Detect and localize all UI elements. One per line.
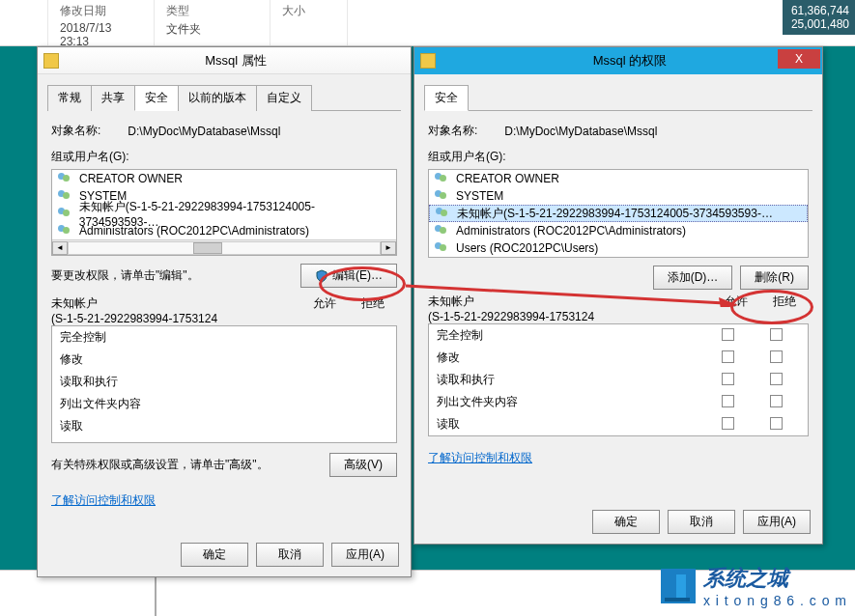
object-label: 对象名称:: [428, 123, 477, 139]
object-path: D:\MyDoc\MyDatabase\Mssql: [504, 125, 657, 138]
apply-button[interactable]: 应用(A): [743, 510, 811, 534]
object-path: D:\MyDoc\MyDatabase\Mssql: [128, 125, 280, 138]
list-item: Administrators (ROC2012PC\Administrators…: [429, 222, 808, 239]
close-button[interactable]: X: [778, 49, 820, 69]
tab-security[interactable]: 安全: [424, 85, 469, 111]
titlebar[interactable]: Mssql 的权限 X: [414, 47, 822, 74]
tab-strip: 安全: [424, 84, 812, 111]
tab-strip: 常规 共享 安全 以前的版本 自定义: [47, 84, 401, 111]
tab-share[interactable]: 共享: [91, 85, 135, 111]
allow-checkbox[interactable]: [722, 417, 734, 430]
groups-label: 组或用户名(G):: [51, 149, 397, 165]
users-icon: [435, 241, 450, 255]
deny-header: 拒绝: [760, 294, 809, 323]
user-icon: [58, 207, 73, 220]
svg-rect-3: [676, 574, 686, 600]
advanced-button[interactable]: 高级(V): [329, 453, 397, 477]
list-item: CREATOR OWNER: [429, 170, 808, 187]
titlebar[interactable]: Mssql 属性: [38, 47, 411, 74]
groups-label: 组或用户名(G):: [428, 149, 809, 165]
user-list[interactable]: CREATOR OWNER SYSTEM 未知帐户(S-1-5-21-29229…: [428, 169, 809, 258]
logo-icon: [661, 569, 696, 603]
remove-button[interactable]: 删除(R): [740, 266, 809, 290]
svg-rect-2: [665, 580, 674, 600]
perm-row: 读取: [429, 413, 808, 435]
properties-dialog: Mssql 属性 常规 共享 安全 以前的版本 自定义 对象名称: D:\MyD…: [37, 46, 412, 577]
users-icon: [435, 224, 450, 238]
h-scrollbar[interactable]: ◄ ►: [52, 239, 396, 255]
tab-previous[interactable]: 以前的版本: [178, 85, 257, 111]
advanced-hint: 有关特殊权限或高级设置，请单击"高级"。: [51, 457, 269, 473]
edit-button[interactable]: 编辑(E)…: [300, 264, 397, 288]
allow-header: 允许: [300, 295, 349, 325]
allow-checkbox[interactable]: [722, 373, 734, 385]
perm-row: 列出文件夹内容: [52, 393, 396, 415]
watermark: 系统之城 x i t o n g 8 6 . c o m: [661, 564, 847, 608]
users-icon: [58, 172, 73, 185]
learn-link[interactable]: 了解访问控制和权限: [51, 493, 156, 507]
folder-icon: [420, 53, 436, 69]
dialog-title: Mssql 属性: [67, 52, 405, 70]
add-button[interactable]: 添加(D)…: [653, 266, 733, 290]
user-list[interactable]: CREATOR OWNER SYSTEM 未知帐户(S-1-5-21-29229…: [51, 169, 397, 256]
learn-link[interactable]: 了解访问控制和权限: [428, 451, 532, 464]
cancel-button[interactable]: 取消: [668, 510, 735, 534]
explorer-row[interactable]: 2018/7/13 23:13 文件夹: [0, 21, 855, 48]
permissions-list: 完全控制 修改 读取和执行 列出文件夹内容 读取 写入: [51, 325, 397, 443]
ok-button[interactable]: 确定: [181, 543, 248, 567]
perm-row: 修改: [429, 347, 808, 369]
perm-row: 读取: [52, 415, 396, 437]
deny-checkbox[interactable]: [770, 417, 783, 430]
users-icon: [435, 172, 450, 185]
tab-custom[interactable]: 自定义: [256, 85, 312, 111]
close-icon: X: [795, 52, 803, 66]
list-item: Users (ROC2012PC\Users): [429, 239, 808, 257]
perm-row: 读取和执行: [429, 369, 808, 391]
permissions-list: 完全控制 修改 读取和执行 列出文件夹内容 读取: [428, 323, 809, 436]
shield-icon: [315, 269, 328, 283]
scroll-thumb[interactable]: [193, 242, 222, 254]
tab-security[interactable]: 安全: [134, 85, 179, 111]
users-icon: [58, 224, 73, 238]
cancel-button[interactable]: 取消: [256, 543, 324, 567]
deny-header: 拒绝: [349, 295, 397, 325]
allow-checkbox[interactable]: [722, 395, 734, 407]
list-item: CREATOR OWNER: [52, 170, 396, 187]
scroll-right-icon[interactable]: ►: [381, 241, 396, 255]
edit-hint: 要更改权限，请单击"编辑"。: [51, 267, 199, 284]
deny-checkbox[interactable]: [770, 373, 783, 385]
perm-row: 完全控制: [429, 324, 808, 347]
allow-checkbox[interactable]: [722, 350, 734, 363]
perm-row: 读取和执行: [52, 371, 396, 393]
allow-header: 允许: [712, 294, 760, 323]
list-item: SYSTEM: [429, 187, 808, 205]
deny-checkbox[interactable]: [770, 328, 783, 341]
permissions-dialog: Mssql 的权限 X 安全 对象名称: D:\MyDoc\MyDatabase…: [413, 46, 823, 545]
watermark-brand: 系统之城: [703, 564, 847, 593]
tab-general[interactable]: 常规: [47, 85, 92, 111]
users-icon: [58, 189, 73, 203]
side-stats: 61,366,744 25,001,480: [783, 0, 855, 35]
watermark-url: x i t o n g 8 6 . c o m: [703, 593, 847, 608]
user-icon: [436, 207, 451, 220]
deny-checkbox[interactable]: [770, 395, 783, 407]
apply-button[interactable]: 应用(A): [331, 543, 399, 567]
scroll-left-icon[interactable]: ◄: [52, 241, 68, 255]
perm-row: 写入: [52, 437, 396, 443]
perm-row: 修改: [52, 349, 396, 371]
list-item-selected: 未知帐户(S-1-5-21-2922983994-1753124005-3734…: [429, 205, 808, 222]
deny-checkbox[interactable]: [770, 350, 783, 363]
list-item: 未知帐户(S-1-5-21-2922983994-1753124005-3734…: [52, 205, 396, 222]
folder-icon: [43, 53, 59, 69]
ok-button[interactable]: 确定: [592, 510, 660, 534]
object-label: 对象名称:: [51, 123, 100, 139]
users-icon: [435, 189, 450, 203]
allow-checkbox[interactable]: [722, 328, 734, 341]
perm-row: 完全控制: [52, 326, 396, 349]
perm-row: 列出文件夹内容: [429, 391, 808, 413]
dialog-title: Mssql 的权限: [443, 52, 816, 70]
